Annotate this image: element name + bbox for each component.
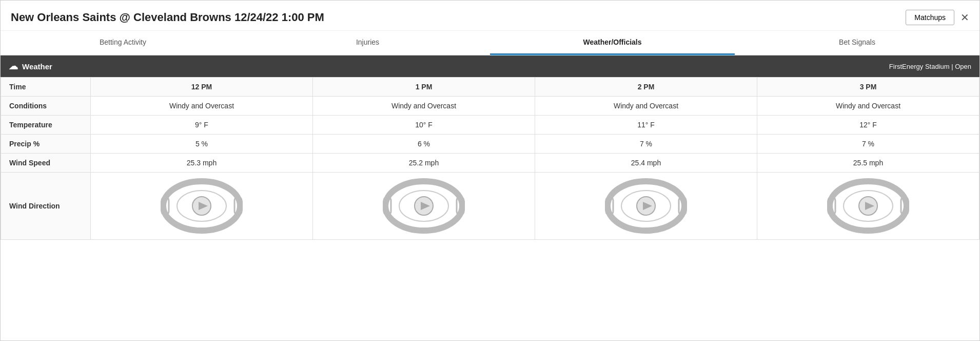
table-row: Wind Direction (1, 173, 979, 240)
wind-direction-graphic-2pm (605, 178, 687, 234)
page-title: New Orleans Saints @ Cleveland Browns 12… (11, 11, 324, 24)
close-button[interactable]: ✕ (961, 12, 969, 23)
row-label-wind-direction: Wind Direction (1, 173, 91, 240)
wind-direction-12pm (91, 173, 313, 240)
conditions-3pm: Windy and Overcast (757, 97, 979, 116)
wind-direction-2pm (535, 173, 757, 240)
row-label-wind-speed: Wind Speed (1, 154, 91, 173)
tab-weather-officials[interactable]: Weather/Officials (490, 31, 735, 55)
row-label-precip: Precip % (1, 135, 91, 154)
table-row: Temperature 9° F 10° F 11° F 12° F (1, 116, 979, 135)
table-row: Wind Speed 25.3 mph 25.2 mph 25.4 mph 25… (1, 154, 979, 173)
weather-section-label: Weather (22, 62, 52, 71)
conditions-1pm: Windy and Overcast (313, 97, 535, 116)
wind-direction-graphic-3pm (827, 178, 909, 234)
row-label-conditions: Conditions (1, 97, 91, 116)
wind-direction-3pm (757, 173, 979, 240)
wind-speed-3pm: 25.5 mph (757, 154, 979, 173)
tab-injuries[interactable]: Injuries (245, 31, 490, 55)
precip-2pm: 7 % (535, 135, 757, 154)
precip-3pm: 7 % (757, 135, 979, 154)
stadium-info: FirstEnergy Stadium | Open (889, 63, 971, 70)
wind-direction-1pm (313, 173, 535, 240)
conditions-12pm: Windy and Overcast (91, 97, 313, 116)
wind-direction-graphic-1pm (383, 178, 465, 234)
table-header-row: Time 12 PM 1 PM 2 PM 3 PM (1, 78, 979, 97)
page-wrapper: New Orleans Saints @ Cleveland Browns 12… (0, 0, 980, 341)
tabs-bar: Betting Activity Injuries Weather/Offici… (1, 31, 979, 55)
tab-betting-activity[interactable]: Betting Activity (1, 31, 245, 55)
header: New Orleans Saints @ Cleveland Browns 12… (1, 1, 979, 31)
temperature-1pm: 10° F (313, 116, 535, 135)
col-header-3pm: 3 PM (757, 78, 979, 97)
temperature-2pm: 11° F (535, 116, 757, 135)
weather-header-left: ☁ Weather (9, 61, 52, 72)
weather-section: ☁ Weather FirstEnergy Stadium | Open Tim… (1, 55, 979, 240)
wind-speed-2pm: 25.4 mph (535, 154, 757, 173)
table-row: Conditions Windy and Overcast Windy and … (1, 97, 979, 116)
col-header-1pm: 1 PM (313, 78, 535, 97)
precip-1pm: 6 % (313, 135, 535, 154)
precip-12pm: 5 % (91, 135, 313, 154)
wind-direction-graphic-12pm (161, 178, 243, 234)
header-actions: Matchups ✕ (906, 10, 969, 25)
temperature-3pm: 12° F (757, 116, 979, 135)
weather-table: Time 12 PM 1 PM 2 PM 3 PM (1, 77, 979, 240)
cloud-icon: ☁ (9, 61, 18, 72)
weather-header: ☁ Weather FirstEnergy Stadium | Open (1, 55, 979, 77)
conditions-2pm: Windy and Overcast (535, 97, 757, 116)
wind-speed-1pm: 25.2 mph (313, 154, 535, 173)
col-header-12pm: 12 PM (91, 78, 313, 97)
wind-speed-12pm: 25.3 mph (91, 154, 313, 173)
col-header-label: Time (1, 78, 91, 97)
row-label-temperature: Temperature (1, 116, 91, 135)
col-header-2pm: 2 PM (535, 78, 757, 97)
table-row: Precip % 5 % 6 % 7 % 7 % (1, 135, 979, 154)
temperature-12pm: 9° F (91, 116, 313, 135)
tab-bet-signals[interactable]: Bet Signals (735, 31, 979, 55)
matchups-button[interactable]: Matchups (906, 10, 954, 25)
